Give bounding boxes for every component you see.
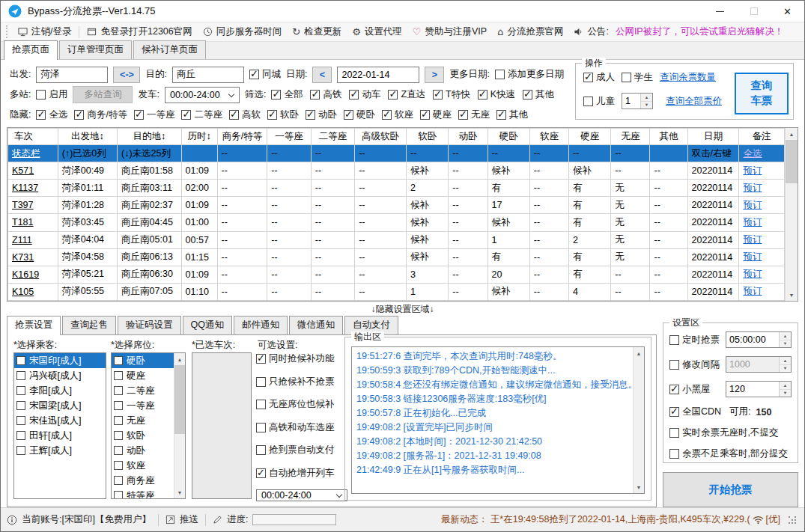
hide-filter-4[interactable]: 高软: [229, 108, 261, 121]
extra-setting-checkbox-0[interactable]: 实时余票无座时,不提交: [669, 426, 778, 439]
book-link[interactable]: 预订: [743, 217, 762, 227]
hide-filter-1[interactable]: 商务/特等: [74, 108, 127, 121]
add-more-dates-checkbox[interactable]: 添加更多日期: [495, 68, 564, 81]
setting-stepper-2[interactable]: 120▲▼: [726, 381, 792, 397]
train-code-link[interactable]: K571: [12, 165, 34, 176]
scroll-down-icon[interactable]: ▼: [634, 481, 644, 493]
start-grab-button[interactable]: 开始抢票: [663, 472, 798, 507]
stepper-arrows[interactable]: ▲▼: [779, 332, 791, 347]
seat-item-3[interactable]: 一等座: [112, 398, 174, 413]
minimize-button[interactable]: [703, 1, 737, 22]
seat-item-8[interactable]: 商务座: [112, 473, 174, 488]
filter-5[interactable]: K快速: [478, 88, 515, 101]
setting-stepper-1[interactable]: 1000▲▼: [726, 356, 792, 373]
passenger-item-1[interactable]: 冯兴硕[成人]: [14, 368, 106, 383]
stepper-arrows[interactable]: ▲▼: [779, 382, 791, 397]
settings-tab-5[interactable]: 微信通知: [289, 316, 343, 334]
hide-filter-0[interactable]: 全选: [36, 108, 67, 121]
setting-stepper-0[interactable]: 05:00:00▲▼: [726, 331, 792, 348]
option-4[interactable]: 抢到票自动支付: [256, 444, 347, 456]
toolbar-open-12306[interactable]: 免登录打开12306官网: [82, 25, 197, 38]
step-up-icon[interactable]: ▲: [780, 332, 791, 340]
passenger-item-5[interactable]: 田轩[成人]: [14, 428, 106, 443]
query-tickets-button[interactable]: 查询 车票: [735, 73, 789, 114]
book-link[interactable]: 预订: [743, 183, 762, 193]
toolbar-official-site[interactable]: ⌂分流抢票官网: [492, 25, 568, 38]
hide-filter-6[interactable]: 动卧: [306, 108, 337, 121]
train-row[interactable]: K731菏泽04:58商丘南06:1301:15--------候补--有--有…: [8, 248, 785, 266]
settings-tab-0[interactable]: 抢票设置: [7, 316, 61, 335]
toolbar-logout-login[interactable]: 注销/登录: [13, 25, 76, 38]
cdn-checkbox[interactable]: 全国CDN: [669, 406, 721, 418]
column-header-3[interactable]: 历时↕: [181, 129, 217, 145]
scroll-down-icon[interactable]: ▼: [786, 289, 798, 301]
scroll-up-icon[interactable]: ▲: [786, 128, 798, 140]
toolbar-proxy-settings[interactable]: ⚙设置代理: [347, 25, 407, 38]
toolbar-sync-server-time[interactable]: 同步服务器时间: [198, 25, 288, 38]
book-link[interactable]: 预订: [743, 165, 762, 176]
settings-tab-1[interactable]: 查询起售: [62, 316, 116, 334]
stepper-arrows[interactable]: ▲▼: [640, 94, 652, 108]
toolbar-sponsor-vip[interactable]: ♡赞助与注册VIP: [407, 25, 492, 38]
push-label[interactable]: 推送: [180, 513, 198, 526]
tab-waitlist-order-page[interactable]: 候补订单页面: [133, 40, 206, 59]
train-row[interactable]: Z111菏泽04:04商丘南05:0100:57--------候补--1--2…: [8, 231, 785, 248]
book-link[interactable]: 预订: [743, 286, 762, 296]
hide-filter-3[interactable]: 二等座: [181, 108, 222, 121]
scroll-up-icon[interactable]: ▲: [634, 347, 644, 359]
scroll-down-icon[interactable]: ▼: [174, 486, 185, 498]
extra-setting-checkbox-1[interactable]: 余票不足乘客时,部分提交: [669, 447, 788, 460]
hide-settings-divider[interactable]: ↓隐藏设置区域↓: [1, 302, 804, 317]
train-code-link[interactable]: T397: [12, 200, 34, 210]
passenger-item-6[interactable]: 王辉[成人]: [14, 443, 106, 458]
scroll-up-icon[interactable]: ▲: [174, 353, 185, 365]
train-code-link[interactable]: K1137: [12, 183, 38, 193]
step-down-icon[interactable]: ▼: [780, 340, 791, 348]
to-input[interactable]: 商丘: [172, 67, 244, 83]
train-code-link[interactable]: Z111: [12, 235, 32, 245]
book-link[interactable]: 预订: [743, 200, 762, 210]
column-header-1[interactable]: 出发地↕: [58, 129, 117, 145]
step-up-icon[interactable]: ▲: [780, 382, 791, 390]
scroll-thumb[interactable]: [786, 140, 798, 183]
scroll-thumb[interactable]: [174, 365, 185, 434]
option-1[interactable]: 只抢候补不抢票: [256, 376, 347, 388]
child-count-stepper[interactable]: 1 ▲▼: [622, 93, 653, 109]
same-city-checkbox[interactable]: 同城: [249, 68, 281, 81]
train-row[interactable]: K105菏泽05:55商丘南07:0501:10--------1--候补--4…: [8, 283, 785, 300]
train-row[interactable]: K1137菏泽01:11商丘南03:1102:00--------2--有--有…: [8, 180, 785, 197]
grab-time-range-select[interactable]: 00:00-24:00: [256, 489, 347, 501]
setting-checkbox-2[interactable]: 小黑屋: [669, 383, 711, 396]
filter-3[interactable]: Z直达: [388, 88, 425, 101]
settings-tab-2[interactable]: 验证码设置: [118, 316, 181, 334]
seat-item-5[interactable]: 软卧: [112, 428, 174, 443]
train-row[interactable]: T397菏泽01:28商丘南02:3701:09--------候补--17--…: [8, 197, 785, 214]
hide-filter-8[interactable]: 软座: [382, 108, 413, 121]
resize-grip[interactable]: [788, 516, 797, 525]
seat-item-7[interactable]: 软座: [112, 458, 174, 473]
step-up-icon[interactable]: ▲: [641, 94, 652, 102]
hide-filter-11[interactable]: 其他: [496, 108, 528, 121]
hide-filter-7[interactable]: 硬卧: [344, 108, 375, 121]
passenger-item-3[interactable]: 宋国梁[成人]: [14, 398, 106, 413]
column-header-2[interactable]: 目的地↕: [118, 129, 182, 145]
option-2[interactable]: 无座席位也候补: [256, 398, 347, 411]
multi-enable-checkbox[interactable]: 启用: [36, 88, 67, 101]
prev-date-button[interactable]: <: [312, 67, 332, 83]
book-link[interactable]: 预订: [743, 269, 762, 279]
option-3[interactable]: 高铁和动车选座: [256, 421, 347, 434]
filter-4[interactable]: T特快: [433, 88, 470, 101]
book-link[interactable]: 预订: [743, 234, 762, 245]
select-all-link[interactable]: 全选: [743, 148, 762, 159]
date-input[interactable]: 2022-01-14: [337, 67, 419, 83]
passenger-item-4[interactable]: 宋佳迅[成人]: [14, 413, 106, 428]
query-price-link[interactable]: 查询全部票价: [666, 95, 722, 108]
seat-list-scrollbar[interactable]: ▲ ▼: [174, 353, 185, 498]
multi-station-query-button[interactable]: 多站查询: [73, 86, 133, 103]
settings-tab-4[interactable]: 邮件通知: [234, 316, 288, 334]
status-row[interactable]: 状态栏(↑)已选0列(↓)未选25列--------------------双击…: [8, 145, 785, 162]
filter-0[interactable]: 全部: [271, 88, 303, 101]
table-scrollbar[interactable]: ▲ ▼: [785, 128, 798, 301]
hide-filter-10[interactable]: 无座: [458, 108, 490, 121]
toolbar-check-update[interactable]: ↻检查更新: [287, 25, 347, 38]
